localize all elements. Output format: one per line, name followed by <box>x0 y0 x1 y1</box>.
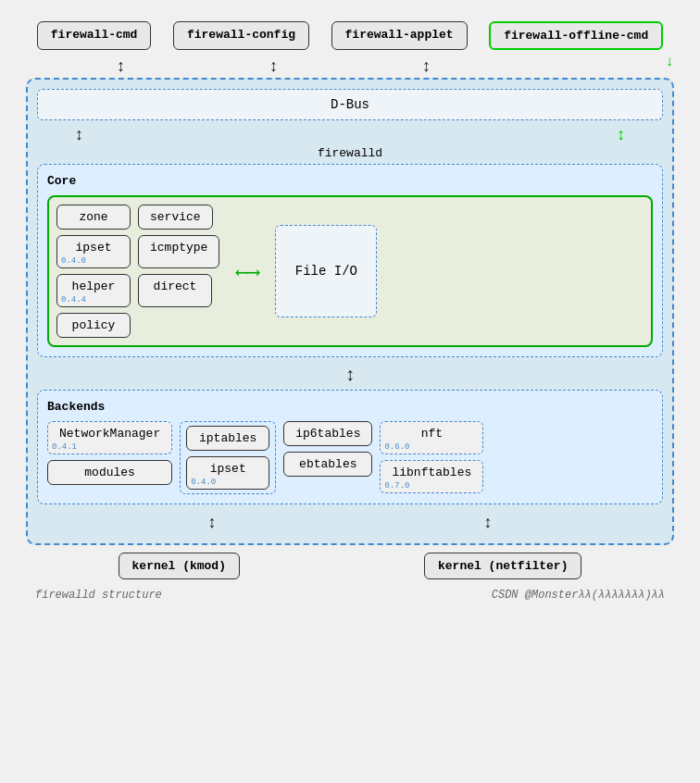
ipset-version: 0.4.0 <box>61 256 86 266</box>
zone-label: zone <box>79 210 107 224</box>
service-label: service <box>150 210 201 224</box>
core-row-3: helper 0.4.4 direct <box>56 274 219 307</box>
helper-label: helper <box>72 280 116 293</box>
firewall-cmd-label: firewall-cmd <box>51 28 138 42</box>
main-outer-container: ↓ D-Bus ↕ ↕ firewalld Core zone <box>26 78 674 545</box>
libnftables-label: libnftables <box>392 466 471 479</box>
icmptype-label: icmptype <box>150 241 207 255</box>
dbus-label: D-Bus <box>331 97 369 112</box>
iptables-label: iptables <box>199 431 256 445</box>
arrow-applet: ↕ <box>421 57 431 76</box>
offline-down-arrow: ↓ <box>665 54 674 70</box>
arrow-cmd: ↕ <box>116 57 126 76</box>
dbus-right-placeholder: ↕ <box>616 126 626 144</box>
dbus-box: D-Bus <box>37 89 663 120</box>
core-row-2: ipset 0.4.0 icmptype <box>56 235 219 268</box>
core-row-1: zone service <box>56 205 219 230</box>
backend-nft-group: nft 0.6.0 libnftables 0.7.0 <box>380 421 483 493</box>
offline-arrow-area: ↓ <box>665 54 674 70</box>
ebtables-label: ebtables <box>299 457 356 471</box>
kernel-kmod-label: kernel (kmod) <box>132 559 226 573</box>
backend-ipset-box: ipset 0.4.0 <box>186 456 269 490</box>
backends-inner: NetworkManager 0.4.1 modules iptables <box>47 421 653 494</box>
firewall-applet-box: firewall-applet <box>331 21 468 50</box>
firewall-cmd-box: firewall-cmd <box>37 21 152 50</box>
helper-version: 0.4.4 <box>61 295 86 304</box>
firewall-config-box: firewall-config <box>173 21 309 50</box>
nft-box: nft 0.6.0 <box>380 421 483 454</box>
direct-box: direct <box>138 274 212 307</box>
backends-label: Backends <box>47 400 653 414</box>
bottom-arrow-right: ↕ <box>483 514 494 532</box>
nft-label: nft <box>421 427 443 441</box>
libnftables-box: libnftables 0.7.0 <box>380 460 483 493</box>
footer: firewalld structure CSDN @Monsterλλ(λλλλ… <box>26 589 674 602</box>
kernel-kmod-box: kernel (kmod) <box>119 553 240 579</box>
vertical-arrow-mid: ↕ <box>344 365 356 386</box>
top-arrows: ↕ ↕ ↕ ↓ <box>26 57 674 76</box>
core-h-arrow: ⟵⟶ <box>236 260 258 283</box>
firewall-offline-cmd-label: firewall-offline-cmd <box>504 29 648 43</box>
icmptype-box: icmptype <box>138 235 219 268</box>
backend-ip6-group: ip6tables ebtables <box>283 421 372 477</box>
firewalld-label: firewalld <box>41 146 659 160</box>
networkmanager-label: NetworkManager <box>59 427 160 441</box>
ipset-label: ipset <box>75 241 111 255</box>
file-io-label: File I/O <box>295 264 357 279</box>
libnftables-version: 0.7.0 <box>384 481 409 491</box>
core-backends-arrow: ↕ <box>37 365 663 386</box>
networkmanager-version: 0.4.1 <box>52 442 77 452</box>
file-io-box: File I/O <box>275 225 377 317</box>
bottom-arrows-row: ↕ ↕ <box>37 512 663 534</box>
policy-box: policy <box>56 313 131 338</box>
networkmanager-box: NetworkManager 0.4.1 <box>47 421 172 454</box>
ebtables-box: ebtables <box>283 452 372 477</box>
backends-section: Backends NetworkManager 0.4.1 modules <box>37 390 663 504</box>
core-label: Core <box>47 174 653 188</box>
ip6tables-box: ip6tables <box>283 421 372 446</box>
footer-left: firewalld structure <box>35 589 162 602</box>
core-row-4: policy <box>56 313 219 338</box>
kernel-netfilter-label: kernel (netfilter) <box>438 559 568 573</box>
bottom-boxes-row: kernel (kmod) kernel (netfilter) <box>26 553 674 579</box>
iptables-ipset-dashed: iptables ipset 0.4.0 <box>180 421 276 494</box>
ipset-box: ipset 0.4.0 <box>56 235 131 268</box>
service-box: service <box>138 205 213 230</box>
footer-right: CSDN @Monsterλλ(λλλλλλλ)λλ <box>492 589 665 602</box>
backend-ipset-version: 0.4.0 <box>191 478 216 487</box>
kernel-netfilter-box: kernel (netfilter) <box>424 553 581 579</box>
firewall-config-label: firewall-config <box>187 28 295 42</box>
dbus-arrows: ↕ ↕ <box>37 126 663 144</box>
helper-box: helper 0.4.4 <box>56 274 131 307</box>
core-section: Core zone service ipset <box>37 164 663 357</box>
arrow-config: ↕ <box>269 57 279 76</box>
backend-nm-group: NetworkManager 0.4.1 modules <box>47 421 172 485</box>
iptables-box: iptables <box>186 426 269 451</box>
modules-box: modules <box>47 460 172 485</box>
firewall-applet-label: firewall-applet <box>345 28 454 42</box>
zone-box: zone <box>56 205 131 230</box>
nft-version: 0.6.0 <box>384 442 409 452</box>
backend-iptables-group: iptables ipset 0.4.0 <box>180 421 276 494</box>
core-h-arrow-area: ⟵⟶ <box>229 260 266 283</box>
firewall-offline-cmd-box: firewall-offline-cmd <box>489 21 663 50</box>
core-inner-box: zone service ipset 0.4.0 icmptype <box>47 195 653 347</box>
top-boxes-row: firewall-cmd firewall-config firewall-ap… <box>26 21 674 50</box>
diagram: firewall-cmd firewall-config firewall-ap… <box>17 12 683 771</box>
modules-label: modules <box>84 466 135 479</box>
backend-ipset-label: ipset <box>210 462 246 476</box>
ip6tables-label: ip6tables <box>295 427 360 441</box>
bottom-arrow-left: ↕ <box>207 514 218 532</box>
direct-label: direct <box>154 280 197 293</box>
dbus-left-arrow: ↕ <box>74 126 84 144</box>
core-left-items: zone service ipset 0.4.0 icmptype <box>56 205 219 338</box>
policy-label: policy <box>72 318 116 332</box>
